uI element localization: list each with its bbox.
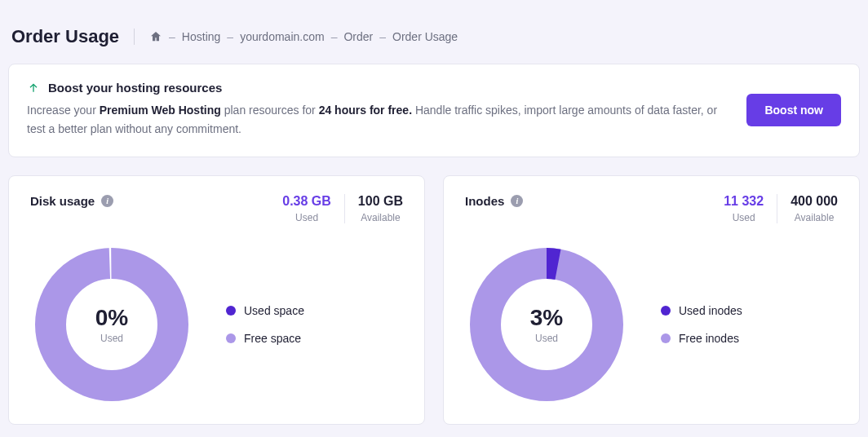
disk-used-label: Used (282, 212, 331, 223)
dot-icon (661, 306, 671, 316)
usage-grid: Disk usage i 0.38 GB Used 100 GB Availab… (8, 175, 860, 425)
breadcrumb: – Hosting – yourdomain.com – Order – Ord… (149, 30, 458, 43)
boost-title-row: Boost your hosting resources (27, 81, 727, 95)
disk-available-label: Available (358, 212, 403, 223)
inodes-legend-used: Used inodes (661, 304, 742, 317)
disk-usage-card: Disk usage i 0.38 GB Used 100 GB Availab… (8, 175, 425, 425)
disk-title-wrap: Disk usage i (30, 194, 282, 208)
inodes-used-metric: 11 332 Used (724, 194, 764, 223)
inodes-title-wrap: Inodes i (465, 194, 724, 208)
arrow-up-icon (27, 82, 40, 95)
inodes-percent: 3% (530, 305, 563, 331)
inodes-header: Inodes i 11 332 Used 400 000 Available (465, 194, 838, 223)
disk-available-value: 100 GB (358, 194, 403, 209)
disk-used-value: 0.38 GB (282, 194, 331, 209)
breadcrumb-sep: – (379, 30, 386, 43)
header-divider (134, 29, 135, 45)
disk-donut-center: 0% Used (30, 243, 193, 406)
dot-icon (226, 333, 236, 343)
inodes-available-value: 400 000 (790, 194, 838, 209)
inodes-title: Inodes (465, 194, 504, 208)
boost-title: Boost your hosting resources (48, 81, 222, 95)
inodes-donut-center: 3% Used (465, 243, 628, 406)
inodes-legend: Used inodes Free inodes (661, 304, 742, 345)
inodes-legend-free-label: Free inodes (679, 332, 739, 345)
boost-desc-pre: Increase your (27, 104, 100, 117)
disk-legend-used-label: Used space (244, 304, 304, 317)
disk-legend-free-label: Free space (244, 332, 301, 345)
boost-desc-mid: plan resources for (221, 104, 319, 117)
info-icon[interactable]: i (511, 195, 523, 207)
disk-used-metric: 0.38 GB Used (282, 194, 331, 223)
inodes-card: Inodes i 11 332 Used 400 000 Available (443, 175, 860, 425)
disk-chart-row: 0% Used Used space Free space (30, 243, 403, 406)
boost-plan: Premium Web Hosting (100, 104, 221, 117)
breadcrumb-sep: – (169, 30, 175, 43)
disk-legend-used: Used space (226, 304, 304, 317)
inodes-legend-free: Free inodes (661, 332, 742, 345)
home-icon[interactable] (149, 30, 162, 43)
disk-donut: 0% Used (30, 243, 193, 406)
disk-title: Disk usage (30, 194, 95, 208)
boost-content: Boost your hosting resources Increase yo… (27, 81, 727, 139)
disk-header: Disk usage i 0.38 GB Used 100 GB Availab… (30, 194, 403, 223)
disk-legend: Used space Free space (226, 304, 304, 345)
inodes-legend-used-label: Used inodes (679, 304, 742, 317)
breadcrumb-hosting[interactable]: Hosting (182, 30, 220, 43)
breadcrumb-domain[interactable]: yourdomain.com (240, 30, 325, 43)
disk-percent: 0% (95, 305, 128, 331)
breadcrumb-sep: – (227, 30, 233, 43)
inodes-available-label: Available (790, 212, 838, 223)
inodes-used-label: Used (724, 212, 764, 223)
boost-banner: Boost your hosting resources Increase yo… (8, 64, 860, 157)
inodes-chart-row: 3% Used Used inodes Free inodes (465, 243, 838, 406)
inodes-donut: 3% Used (465, 243, 628, 406)
page-title: Order Usage (11, 26, 119, 47)
dot-icon (661, 333, 671, 343)
dot-icon (226, 306, 236, 316)
breadcrumb-sep: – (331, 30, 338, 43)
boost-now-button[interactable]: Boost now (746, 94, 841, 126)
boost-duration: 24 hours for free. (319, 104, 412, 117)
inodes-used-value: 11 332 (724, 194, 764, 209)
disk-available-metric: 100 GB Available (344, 194, 403, 223)
disk-metrics: 0.38 GB Used 100 GB Available (282, 194, 403, 223)
boost-description: Increase your Premium Web Hosting plan r… (27, 101, 727, 139)
breadcrumb-order[interactable]: Order (343, 30, 373, 43)
disk-percent-label: Used (100, 333, 123, 344)
inodes-metrics: 11 332 Used 400 000 Available (724, 194, 838, 223)
inodes-available-metric: 400 000 Available (777, 194, 838, 223)
page-header: Order Usage – Hosting – yourdomain.com –… (8, 8, 860, 64)
inodes-percent-label: Used (535, 333, 558, 344)
breadcrumb-current: Order Usage (392, 30, 458, 43)
info-icon[interactable]: i (101, 195, 113, 207)
disk-legend-free: Free space (226, 332, 304, 345)
